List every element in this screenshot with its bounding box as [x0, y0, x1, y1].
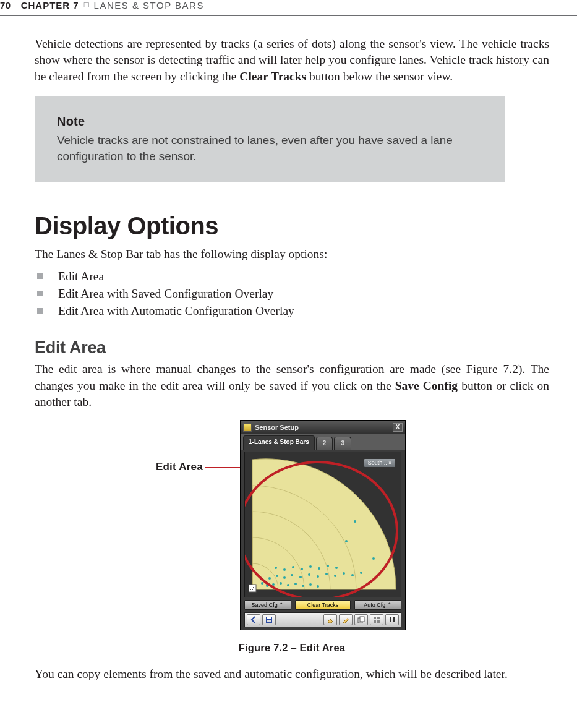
svg-point-2 [283, 576, 286, 579]
note-box: Note Vehicle tracks are not constrained … [35, 96, 505, 182]
svg-point-11 [360, 572, 362, 574]
options-list: Edit Area Edit Area with Saved Configura… [35, 268, 549, 320]
edit-area-paragraph: The edit area is where manual changes to… [35, 361, 549, 410]
chapter-title: LANES & STOP BARS [94, 0, 204, 11]
svg-rect-46 [377, 620, 380, 623]
svg-point-22 [372, 557, 375, 560]
sensor-wedge [249, 455, 400, 593]
svg-point-19 [335, 567, 338, 569]
auto-cfg-button[interactable]: Auto Cfg ⌃ [354, 600, 401, 610]
svg-rect-36 [267, 617, 271, 619]
svg-rect-42 [360, 617, 364, 622]
closing-paragraph: You can copy elements from the saved and… [35, 666, 549, 682]
svg-point-28 [294, 583, 297, 585]
svg-point-26 [280, 582, 282, 585]
tab-3[interactable]: 3 [334, 437, 351, 450]
pencil-icon[interactable] [339, 614, 353, 625]
grid-icon[interactable] [370, 614, 383, 625]
sensor-view[interactable]: South... » [244, 452, 401, 597]
svg-point-30 [309, 583, 312, 586]
page-content: Vehicle detections are represented by tr… [35, 36, 549, 683]
page-header: 70 CHAPTER 7 □ LANES & STOP BARS [0, 0, 577, 16]
svg-point-21 [354, 520, 356, 523]
svg-point-23 [261, 582, 263, 585]
config-button-row: Saved Cfg ⌃ Clear Tracks Auto Cfg ⌃ [241, 597, 405, 611]
svg-point-31 [317, 585, 319, 588]
saved-cfg-button[interactable]: Saved Cfg ⌃ [244, 600, 291, 610]
copy-icon[interactable] [354, 614, 368, 625]
svg-point-1 [276, 575, 278, 577]
callout-label: Edit Area [156, 461, 203, 473]
svg-marker-39 [343, 619, 348, 623]
svg-point-12 [275, 567, 277, 569]
svg-point-8 [334, 575, 336, 577]
window-title: Sensor Setup [243, 423, 299, 432]
svg-point-10 [351, 574, 354, 576]
clear-tracks-button[interactable]: Clear Tracks [295, 600, 351, 610]
svg-point-17 [318, 567, 320, 570]
svg-point-7 [325, 573, 328, 575]
window-titlebar: Sensor Setup X [241, 421, 405, 434]
note-body: Vehicle tracks are not constrained to la… [57, 132, 482, 164]
svg-point-29 [302, 585, 304, 587]
intro-paragraph: Vehicle detections are represented by tr… [35, 36, 549, 85]
svg-point-6 [317, 575, 319, 578]
svg-point-0 [268, 577, 271, 580]
svg-point-5 [308, 573, 310, 576]
window-tabs: 1-Lanes & Stop Bars 2 3 [241, 434, 405, 450]
svg-rect-47 [390, 617, 391, 622]
subsection-heading: Edit Area [35, 338, 549, 358]
svg-point-27 [287, 584, 289, 586]
save-icon[interactable] [262, 614, 276, 625]
figure-7-2: Edit Area Sensor Setup X 1-Lanes & Stop … [35, 420, 549, 640]
tab-lanes-stop-bars[interactable]: 1-Lanes & Stop Bars [243, 435, 315, 450]
svg-point-3 [291, 574, 293, 576]
clear-tracks-bold: Clear Tracks [239, 70, 306, 83]
editor-toolbar [244, 612, 401, 627]
save-config-bold: Save Config [395, 379, 458, 392]
svg-point-16 [309, 565, 312, 568]
eraser-icon[interactable] [323, 614, 337, 625]
pause-icon[interactable] [385, 614, 399, 625]
separator-icon: □ [84, 0, 89, 9]
svg-point-18 [327, 565, 329, 567]
intro-text-2: button below the sensor view. [306, 70, 453, 83]
list-item: Edit Area with Saved Configuration Overl… [35, 285, 549, 302]
svg-point-15 [301, 568, 303, 570]
svg-rect-48 [393, 617, 395, 622]
svg-rect-44 [377, 617, 380, 619]
svg-rect-45 [374, 620, 376, 623]
list-item: Edit Area [35, 268, 549, 285]
list-item: Edit Area with Automatic Configuration O… [35, 302, 549, 320]
svg-point-14 [292, 566, 294, 568]
svg-point-4 [299, 576, 302, 578]
tab-2[interactable]: 2 [316, 437, 333, 450]
svg-rect-43 [374, 617, 376, 619]
direction-button[interactable]: South... » [364, 458, 396, 468]
list-intro: The Lanes & Stop Bar tab has the followi… [35, 246, 549, 262]
section-heading: Display Options [35, 212, 549, 240]
svg-marker-38 [328, 619, 333, 623]
svg-point-20 [345, 540, 348, 542]
svg-point-24 [266, 585, 268, 587]
sensor-setup-window: Sensor Setup X 1-Lanes & Stop Bars 2 3 [240, 420, 406, 630]
svg-rect-37 [267, 620, 271, 622]
svg-point-25 [272, 583, 275, 586]
back-icon[interactable] [247, 614, 260, 625]
svg-point-13 [283, 568, 286, 571]
close-icon[interactable]: X [393, 423, 403, 432]
svg-point-9 [343, 572, 345, 575]
note-title: Note [57, 114, 482, 129]
chapter-label: CHAPTER 7 [21, 0, 79, 11]
page-number: 70 [0, 0, 11, 11]
figure-caption: Figure 7.2 – Edit Area [35, 642, 549, 654]
